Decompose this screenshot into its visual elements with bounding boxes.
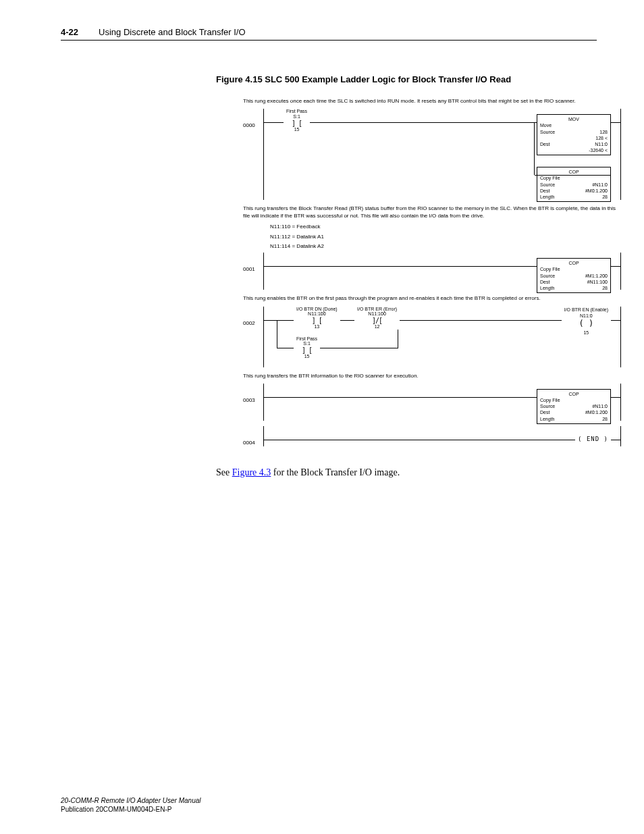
ladder-rung: 0001COPCopy FileSource#M1:1.200Dest#N11:… xyxy=(243,253,621,290)
rung-note: N11:110 = Feedback xyxy=(270,224,621,230)
instruction-box: COPCopy FileSource#M1:1.200Dest#N11:100L… xyxy=(537,258,611,292)
page-number: 4-22 xyxy=(61,27,78,37)
output-coil: I/O BTR EN (Enable)N11:0( )15 xyxy=(562,307,611,336)
instruction-box: COPCopy FileSource#N11:0Dest#M0:1.200Len… xyxy=(537,389,611,423)
figure-caption: Figure 4.15 SLC 500 Example Ladder Logic… xyxy=(216,74,597,84)
rung-number: 0003 xyxy=(243,384,263,404)
end-instruction: ( END ) xyxy=(575,436,611,444)
instruction-box: COPCopy FileSource#N11:0Dest#M0:1.200Len… xyxy=(537,167,611,201)
rung-number: 0002 xyxy=(243,307,263,327)
rung-note: N11:114 = Datalink A2 xyxy=(270,243,621,250)
ladder-rung: 0004( END ) xyxy=(243,426,621,446)
footer-publication: Publication 20COMM-UM004D-EN-P xyxy=(61,805,200,814)
footer-manual-title: 20-COMM-R Remote I/O Adapter User Manual xyxy=(61,796,200,805)
ladder-rung: 0002I/O BTR DN (Done)N11:100] [13I/O BTR… xyxy=(243,307,621,367)
footer: 20-COMM-R Remote I/O Adapter User Manual… xyxy=(61,796,200,814)
see-suffix: for the Block Transfer I/O image. xyxy=(271,467,400,477)
ladder-contact: I/O BTR DN (Done)N11:100] [13 xyxy=(294,307,340,330)
ladder-contact: First PassS:1] [15 xyxy=(284,109,310,132)
rung-description: This rung executes once each time the SL… xyxy=(243,98,621,105)
ladder-contact: I/O BTR ER (Error)N11:100]/[12 xyxy=(354,307,400,330)
see-prefix: See xyxy=(216,467,232,477)
rung-number: 0004 xyxy=(243,426,263,446)
ladder-rung: 0000First PassS:1] [15MOVMoveSource12812… xyxy=(243,109,621,200)
rung-description: This rung transfers the BTR information … xyxy=(243,373,621,380)
rung-description: This rung enables the BTR on the first p… xyxy=(243,295,621,302)
figure-link[interactable]: Figure 4.3 xyxy=(232,467,271,477)
rung-number: 0001 xyxy=(243,253,263,273)
ladder-contact: First PassS:1] [15 xyxy=(294,336,320,359)
see-also-text: See Figure 4.3 for the Block Transfer I/… xyxy=(216,467,597,478)
instruction-box: MOVMoveSource128128 <DestN11:0-32640 < xyxy=(537,114,611,155)
ladder-rung: 0003COPCopy FileSource#N11:0Dest#M0:1.20… xyxy=(243,384,621,421)
rung-number: 0000 xyxy=(243,109,263,129)
page-header: 4-22 Using Discrete and Block Transfer I… xyxy=(61,27,597,41)
rung-description: This rung transfers the Block Transfer R… xyxy=(243,205,621,219)
rung-note: N11:112 = Datalink A1 xyxy=(270,234,621,240)
chapter-title: Using Discrete and Block Transfer I/O xyxy=(99,27,245,37)
ladder-diagram: This rung executes once each time the SL… xyxy=(243,98,621,447)
